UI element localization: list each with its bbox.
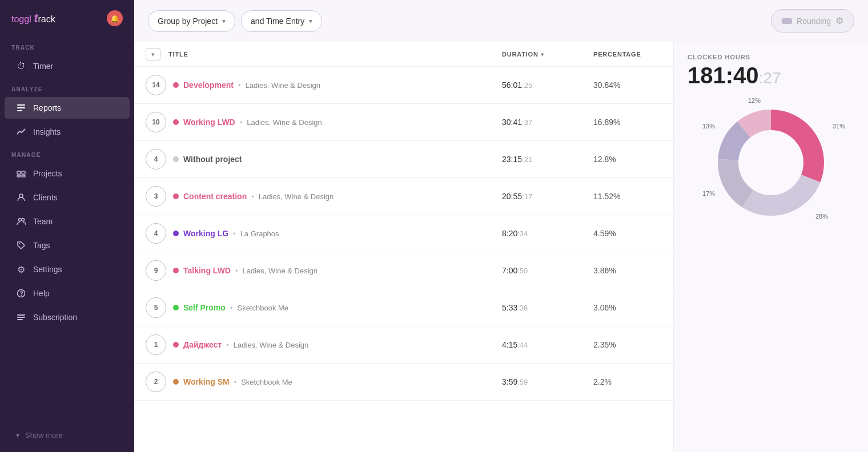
svg-rect-1: [17, 107, 25, 108]
row-percentage: 30.84%: [593, 80, 662, 90]
client-name: Ladies, Wine & Design: [247, 118, 322, 127]
logo-track: rack: [38, 14, 55, 24]
section-track-label: TRACK: [0, 37, 134, 54]
project-name[interactable]: Talking LWD: [183, 266, 231, 275]
project-name[interactable]: Working LG: [183, 229, 228, 238]
sidebar-item-insights[interactable]: Insights: [5, 121, 130, 143]
project-dot: [173, 379, 179, 385]
time-entry-button[interactable]: and Time Entry ▾: [241, 10, 322, 32]
toolbar: Group by Project ▾ and Time Entry ▾ Roun…: [134, 0, 868, 42]
rounding-button[interactable]: Rounding ⚙: [771, 9, 854, 33]
content-area: ▾ TITLE DURATION ▾ PERCENTAGE 14 Develop…: [134, 42, 868, 452]
show-more-button[interactable]: ▾ Show more: [0, 425, 134, 445]
app-logo: toggl track 🔔: [0, 0, 134, 37]
subscription-icon: [16, 312, 26, 322]
svg-rect-6: [22, 175, 25, 177]
project-name: Without project: [183, 155, 242, 164]
notification-bell[interactable]: 🔔: [107, 10, 123, 26]
sidebar-item-tags[interactable]: Tags: [5, 235, 130, 256]
table-row: 14 Development • Ladies, Wine & Design 5…: [134, 67, 673, 104]
row-count: 1: [146, 334, 166, 355]
table-row: 4 Without project 23:15:21 12.8%: [134, 141, 673, 178]
row-count: 10: [146, 112, 166, 132]
project-name[interactable]: Content creation: [183, 192, 247, 201]
chart-label-13: 13%: [702, 123, 715, 130]
reports-icon: [16, 103, 26, 113]
svg-point-9: [22, 219, 25, 221]
chevron-down-icon: ▾: [222, 17, 226, 25]
row-info: Self Promo • Sketchbook Me: [173, 303, 502, 312]
row-duration: 30:41:37: [502, 118, 593, 127]
team-icon: [16, 216, 26, 227]
time-entry-label: and Time Entry: [251, 17, 304, 26]
client-name: La Graphos: [240, 229, 279, 238]
table-section: ▾ TITLE DURATION ▾ PERCENTAGE 14 Develop…: [134, 42, 674, 452]
sidebar-item-label: Timer: [33, 62, 53, 71]
duration-column-header[interactable]: DURATION ▾: [502, 51, 593, 58]
row-info: Working LG • La Graphos: [173, 229, 502, 238]
donut-svg: [708, 100, 834, 225]
client-name: Ladies, Wine & Design: [245, 81, 320, 90]
expand-all-button[interactable]: ▾: [146, 48, 160, 60]
project-name[interactable]: Working LWD: [183, 118, 235, 127]
client-name: Sketchbook Me: [237, 304, 288, 312]
sidebar-team-label: Team: [33, 217, 53, 226]
client-name: Ladies, Wine & Design: [259, 192, 334, 201]
row-percentage: 2.35%: [593, 340, 662, 349]
insights-icon: [16, 127, 26, 137]
chevron-down-icon: ▾: [309, 17, 312, 25]
svg-point-7: [19, 194, 23, 197]
row-info: Talking LWD • Ladies, Wine & Design: [173, 266, 502, 275]
row-count: 5: [146, 297, 166, 318]
show-more-label: Show more: [25, 431, 63, 439]
svg-text:?: ?: [20, 290, 23, 297]
table-row: 9 Talking LWD • Ladies, Wine & Design 7:…: [134, 252, 673, 289]
chevron-down-icon: ▾: [16, 431, 19, 439]
row-info: Working LWD • Ladies, Wine & Design: [173, 118, 502, 127]
svg-rect-15: [17, 319, 23, 320]
row-count: 9: [146, 260, 166, 281]
svg-rect-0: [17, 104, 25, 106]
svg-rect-3: [17, 171, 21, 174]
svg-point-21: [739, 131, 803, 195]
sidebar-item-reports[interactable]: Reports: [5, 97, 130, 119]
project-name[interactable]: Дайджест: [183, 340, 222, 349]
row-percentage: 3.86%: [593, 266, 662, 275]
project-name[interactable]: Working SM: [183, 377, 230, 386]
group-by-label: Group by Project: [158, 17, 218, 26]
sidebar-item-timer[interactable]: ⏱ Timer: [5, 55, 130, 77]
sidebar-item-clients[interactable]: Clients: [5, 187, 130, 208]
sidebar-item-subscription[interactable]: Subscription: [5, 306, 130, 328]
project-dot: [173, 156, 179, 162]
project-dot: [173, 268, 179, 273]
sidebar-help-label: Help: [33, 289, 50, 298]
sidebar-item-settings[interactable]: ⚙ Settings: [5, 259, 130, 280]
chart-section: CLOCKED HOURS 181:40:27: [674, 42, 868, 452]
timer-icon: ⏱: [16, 61, 26, 71]
svg-rect-2: [17, 110, 22, 111]
clocked-hours-title: CLOCKED HOURS: [688, 54, 750, 60]
chart-label-28: 28%: [815, 213, 828, 220]
sidebar-item-team[interactable]: Team: [5, 211, 130, 232]
row-duration: 3:59:59: [502, 377, 593, 386]
sidebar-clients-label: Clients: [33, 193, 58, 202]
project-name[interactable]: Self Promo: [183, 303, 226, 312]
row-duration: 56:01:25: [502, 80, 593, 90]
clients-icon: [16, 192, 26, 203]
table-header: ▾ TITLE DURATION ▾ PERCENTAGE: [134, 42, 673, 67]
main-content: Group by Project ▾ and Time Entry ▾ Roun…: [134, 0, 868, 452]
table-row: 2 Working SM • Sketchbook Me 3:59:59 2.2…: [134, 364, 673, 401]
sidebar-item-projects[interactable]: Projects: [5, 163, 130, 184]
chart-label-31: 31%: [833, 123, 845, 130]
section-analyze-label: ANALYZE: [0, 78, 134, 96]
group-by-button[interactable]: Group by Project ▾: [148, 10, 235, 32]
logo-text: toggl track: [11, 11, 55, 26]
sidebar-item-help[interactable]: ? Help: [5, 282, 130, 304]
projects-icon: [16, 168, 26, 179]
row-duration: 4:15:44: [502, 340, 593, 349]
project-name[interactable]: Development: [183, 80, 234, 90]
svg-rect-4: [22, 171, 25, 174]
row-info: Development • Ladies, Wine & Design: [173, 80, 502, 90]
row-info: Working SM • Sketchbook Me: [173, 377, 502, 386]
donut-chart: 31% 28% 17% 13% 12%: [708, 100, 834, 225]
